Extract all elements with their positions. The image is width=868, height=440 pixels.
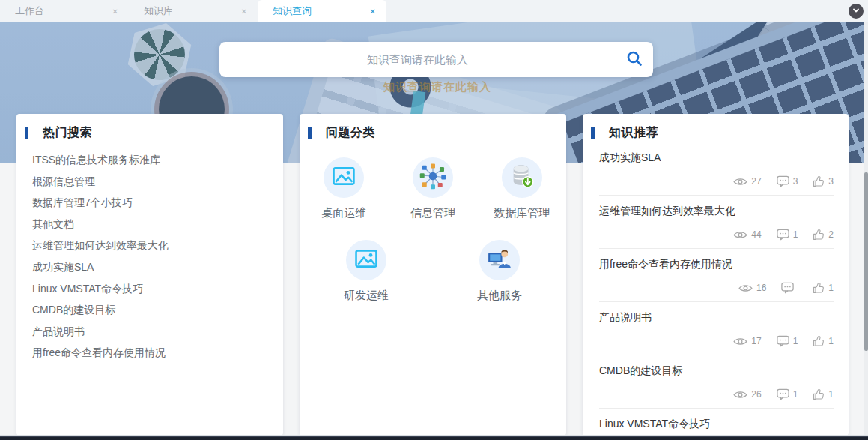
database-icon <box>509 163 535 192</box>
category-label: 桌面运维 <box>321 206 366 220</box>
category-icon-circle <box>413 157 453 198</box>
tab[interactable]: 知识查询 ✕ <box>258 0 386 22</box>
hot-search-item[interactable]: Linux VMSTAT命令技巧 <box>32 278 283 300</box>
knowledge-query-screen: 工作台 ✕ 知识库 ✕ 知识查询 ✕ <box>0 0 868 440</box>
view-count: 16 <box>738 283 766 293</box>
tab-bar: 工作台 ✕ 知识库 ✕ 知识查询 ✕ <box>0 0 868 22</box>
tab-strip: 工作台 ✕ 知识库 ✕ 知识查询 ✕ <box>0 0 386 22</box>
tab[interactable]: 工作台 ✕ <box>0 0 129 22</box>
chevron-down-icon <box>852 4 861 18</box>
tab-close-icon[interactable]: ✕ <box>241 7 247 16</box>
recommend-item-title: 产品说明书 <box>599 311 834 325</box>
comment-icon <box>777 175 789 187</box>
page-scrollbar[interactable] <box>864 22 868 436</box>
category-item[interactable]: 数据库管理 <box>478 157 565 220</box>
support-person-icon <box>487 246 512 274</box>
view-count: 17 <box>733 336 761 346</box>
hot-search-item[interactable]: 数据库管理7个小技巧 <box>32 192 283 214</box>
bottom-window-edge <box>0 435 868 440</box>
category-item[interactable]: 信息管理 <box>389 157 476 220</box>
thumbs-up-icon <box>813 335 825 347</box>
tab-close-icon[interactable]: ✕ <box>112 7 118 16</box>
view-count: 27 <box>733 176 761 187</box>
category-item[interactable]: 研发运维 <box>313 240 419 303</box>
category-label: 数据库管理 <box>494 206 550 220</box>
picture-icon <box>331 163 356 192</box>
recommend-item-title: 运维管理如何达到效率最大化 <box>599 205 834 218</box>
eye-icon <box>733 230 747 240</box>
category-item[interactable]: 其他服务 <box>446 240 553 303</box>
network-icon <box>419 163 446 193</box>
knowledge-search-input[interactable] <box>219 42 616 77</box>
accent-bar <box>591 127 595 139</box>
scrollbar-thumb[interactable] <box>864 172 868 351</box>
recommend-title: 知识推荐 <box>609 125 658 141</box>
tab-label: 知识查询 <box>273 4 364 18</box>
recommend-item[interactable]: 产品说明书 17 <box>599 302 834 355</box>
comment-count <box>781 282 798 294</box>
hot-search-item[interactable]: CMDB的建设目标 <box>32 299 283 321</box>
recommend-item[interactable]: Linux VMSTAT命令技巧 86 <box>599 409 834 436</box>
category-row-1: 桌面运维 信息管理 数据库管理 <box>300 157 566 220</box>
category-icon-circle <box>346 240 386 280</box>
category-label: 研发运维 <box>344 289 389 303</box>
recommend-header: 知识推荐 <box>583 114 849 141</box>
hot-search-title: 热门搜索 <box>43 125 92 141</box>
tab[interactable]: 知识库 ✕ <box>129 0 258 22</box>
hot-search-item[interactable]: 用free命令查看内存使用情况 <box>32 342 283 364</box>
hot-search-item[interactable]: 其他文档 <box>32 214 283 235</box>
tab-list-dropdown-button[interactable] <box>849 4 864 19</box>
eye-icon <box>733 390 747 400</box>
recommend-list: 成功实施SLA 27 <box>599 142 834 436</box>
like-count: 3 <box>813 175 834 187</box>
category-item[interactable]: 桌面运维 <box>300 157 388 220</box>
comment-count: 1 <box>777 335 798 347</box>
category-icon-circle <box>324 157 364 198</box>
tab-label: 知识库 <box>144 4 235 18</box>
like-count: 1 <box>813 282 834 294</box>
hot-search-header: 热门搜索 <box>16 114 283 141</box>
recommend-item-stats: 26 1 <box>599 388 834 400</box>
hot-search-item[interactable]: 运维管理如何达到效率最大化 <box>32 235 283 256</box>
eye-icon <box>733 337 747 346</box>
like-count: 1 <box>813 388 834 400</box>
hot-search-item[interactable]: ITSS的信息技术服务标准库 <box>32 149 283 171</box>
search-button[interactable] <box>616 42 653 77</box>
recommend-item-stats: 44 1 <box>599 229 834 241</box>
recommend-item[interactable]: CMDB的建设目标 26 <box>599 355 834 409</box>
comment-icon <box>777 335 789 347</box>
eye-icon <box>738 283 753 293</box>
hot-search-panel: 热门搜索 ITSS的信息技术服务标准库 根源信息管理 数据库管理7个小技巧 其他… <box>16 114 283 436</box>
category-row-2: 研发运维 其他服务 <box>300 240 566 303</box>
tab-close-icon[interactable]: ✕ <box>370 7 376 16</box>
category-header: 问题分类 <box>300 114 566 141</box>
hot-search-item[interactable]: 产品说明书 <box>32 321 283 343</box>
recommend-item-stats: 17 1 <box>599 335 834 347</box>
recommend-item[interactable]: 用free命令查看内存使用情况 16 <box>599 249 834 302</box>
recommend-item-title: Linux VMSTAT命令技巧 <box>599 418 834 431</box>
eye-icon <box>733 177 747 187</box>
thumbs-up-icon <box>813 388 825 400</box>
search-ghost-text: 知识查询请在此输入 <box>383 80 491 94</box>
category-label: 信息管理 <box>410 206 455 220</box>
comment-count: 3 <box>777 175 798 187</box>
hot-search-item[interactable]: 成功实施SLA <box>32 256 283 278</box>
content-cards: 热门搜索 ITSS的信息技术服务标准库 根源信息管理 数据库管理7个小技巧 其他… <box>16 114 849 436</box>
recommend-item[interactable]: 成功实施SLA 27 <box>599 142 834 196</box>
comment-icon <box>777 229 789 241</box>
view-count: 26 <box>733 389 761 400</box>
like-count: 1 <box>813 335 834 347</box>
category-icon-circle <box>479 240 520 280</box>
tab-label: 工作台 <box>15 4 106 18</box>
picture-icon <box>353 246 379 274</box>
view-count: 44 <box>733 229 761 240</box>
category-icon-circle <box>502 157 542 198</box>
thumbs-up-icon <box>813 175 825 187</box>
recommend-item-stats: 16 <box>599 282 834 294</box>
knowledge-recommend-panel: 知识推荐 成功实施SLA 27 <box>583 114 849 436</box>
recommend-item-stats: 27 3 <box>599 175 834 187</box>
recommend-item-title: 成功实施SLA <box>599 151 834 165</box>
hot-search-item[interactable]: 根源信息管理 <box>32 171 283 193</box>
recommend-item-title: 用free命令查看内存使用情况 <box>599 258 834 271</box>
recommend-item[interactable]: 运维管理如何达到效率最大化 44 <box>599 196 834 249</box>
